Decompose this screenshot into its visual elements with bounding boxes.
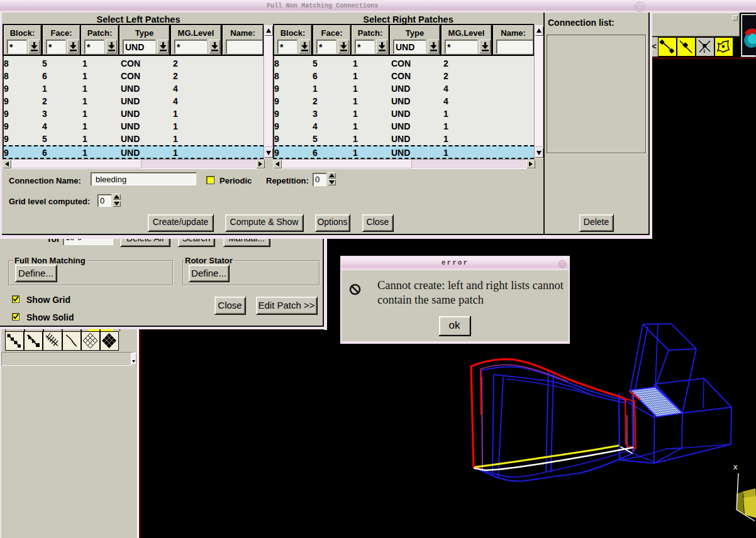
svg-text:i: i xyxy=(704,48,706,54)
svg-text:x: x xyxy=(733,462,738,471)
